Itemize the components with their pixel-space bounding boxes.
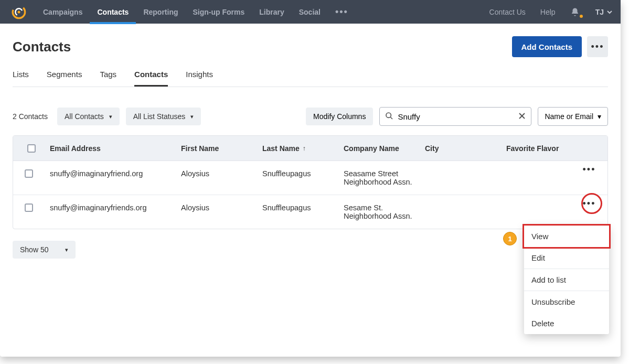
- menu-item-unsubscribe[interactable]: Unsubscribe: [524, 291, 609, 313]
- subtabs: Lists Segments Tags Contacts Insights: [13, 70, 608, 87]
- row-checkbox[interactable]: [25, 204, 33, 212]
- pager: Show 50 ▾: [13, 241, 608, 259]
- user-menu[interactable]: TJ: [587, 8, 621, 16]
- nav-social[interactable]: Social: [292, 0, 328, 24]
- chevron-down-icon: ▾: [598, 112, 601, 121]
- nav-contact-us[interactable]: Contact Us: [482, 8, 533, 16]
- col-header-email[interactable]: Email Address: [50, 144, 181, 153]
- subtab-tags[interactable]: Tags: [100, 70, 116, 87]
- search-icon: [385, 112, 393, 122]
- page-size-select[interactable]: Show 50 ▾: [13, 241, 76, 259]
- cell-email[interactable]: snuffy@imaginaryfriends.org: [50, 204, 181, 212]
- contacts-table: Email Address First Name Last Name ↑ Com…: [13, 135, 608, 229]
- cell-first-name: Aloysius: [181, 169, 262, 178]
- row-actions-menu: View Edit Add to list Unsubscribe Delete: [524, 226, 609, 334]
- chevron-down-icon: ▾: [190, 113, 194, 120]
- menu-item-view[interactable]: View: [523, 224, 611, 249]
- cell-email[interactable]: snuffy@imaginaryfriend.org: [50, 169, 181, 178]
- search-scope-select[interactable]: Name or Email ▾: [538, 107, 608, 126]
- filter-all-statuses-label: All List Statuses: [133, 112, 186, 121]
- col-header-company[interactable]: Company Name: [344, 144, 425, 153]
- svg-line-4: [390, 117, 392, 119]
- row-checkbox[interactable]: [25, 169, 33, 178]
- cell-last-name: Snuffleupagus: [262, 204, 344, 212]
- toolbar: 2 Contacts All Contacts ▾ All List Statu…: [13, 107, 608, 126]
- chevron-down-icon: [607, 8, 612, 16]
- nav-contacts[interactable]: Contacts: [90, 0, 136, 24]
- search-input[interactable]: [398, 112, 514, 121]
- contacts-count-label: 2 Contacts: [13, 112, 48, 121]
- table-row: snuffy@imaginaryfriends.org Aloysius Snu…: [13, 195, 607, 229]
- cell-company: Sesame St. Neighborhood Assn.: [344, 204, 425, 220]
- modify-columns-button[interactable]: Modify Columns: [306, 108, 373, 125]
- sort-ascending-icon: ↑: [303, 145, 306, 152]
- filter-all-contacts-label: All Contacts: [65, 112, 104, 121]
- menu-item-edit[interactable]: Edit: [524, 247, 609, 269]
- cell-company: Seasame Street Neighborhood Assn.: [344, 169, 425, 186]
- page-title: Contacts: [13, 39, 71, 55]
- page-more-button[interactable]: •••: [587, 36, 608, 57]
- annotation-badge-1: 1: [503, 232, 517, 245]
- primary-nav: Campaigns Contacts Reporting Sign-up For…: [36, 0, 356, 24]
- svg-point-2: [18, 10, 20, 13]
- add-contacts-button[interactable]: Add Contacts: [512, 36, 582, 57]
- chevron-down-icon: ▾: [65, 247, 68, 253]
- filter-all-statuses[interactable]: All List Statuses ▾: [126, 108, 201, 125]
- notifications-icon[interactable]: [563, 7, 587, 17]
- table-row: snuffy@imaginaryfriend.org Aloysius Snuf…: [13, 161, 607, 195]
- col-header-first-name[interactable]: First Name: [181, 144, 262, 153]
- svg-point-3: [386, 113, 391, 117]
- subtab-insights[interactable]: Insights: [186, 70, 213, 87]
- user-initials: TJ: [595, 8, 604, 16]
- subtab-lists[interactable]: Lists: [13, 70, 29, 87]
- app-logo[interactable]: [6, 0, 31, 24]
- subtab-segments[interactable]: Segments: [47, 70, 82, 87]
- cell-first-name: Aloysius: [181, 204, 262, 212]
- select-all-checkbox[interactable]: [27, 144, 36, 153]
- nav-help[interactable]: Help: [533, 8, 563, 16]
- filter-all-contacts[interactable]: All Contacts ▾: [57, 108, 120, 125]
- menu-item-delete[interactable]: Delete: [524, 313, 609, 334]
- menu-item-add-to-list[interactable]: Add to list: [524, 269, 609, 291]
- subtab-contacts[interactable]: Contacts: [134, 70, 168, 87]
- nav-more-icon[interactable]: •••: [328, 0, 356, 24]
- nav-library[interactable]: Library: [252, 0, 291, 24]
- cell-last-name: Snuffleupagus: [262, 169, 344, 178]
- page-size-label: Show 50: [20, 245, 48, 254]
- search-scope-label: Name or Email: [545, 112, 593, 121]
- table-header: Email Address First Name Last Name ↑ Com…: [13, 136, 607, 161]
- col-header-city[interactable]: City: [425, 144, 506, 153]
- notification-dot-icon: [580, 15, 583, 18]
- chevron-down-icon: ▾: [109, 113, 112, 120]
- col-header-last-name-label: Last Name: [262, 144, 300, 153]
- nav-campaigns[interactable]: Campaigns: [36, 0, 90, 24]
- search-field-wrap: [379, 107, 531, 126]
- nav-signup-forms[interactable]: Sign-up Forms: [185, 0, 252, 24]
- clear-search-icon[interactable]: [518, 112, 526, 121]
- col-header-last-name[interactable]: Last Name ↑: [262, 144, 344, 153]
- col-header-flavor[interactable]: Favorite Flavor: [506, 144, 576, 153]
- nav-reporting[interactable]: Reporting: [136, 0, 185, 24]
- top-nav: Campaigns Contacts Reporting Sign-up For…: [0, 0, 621, 24]
